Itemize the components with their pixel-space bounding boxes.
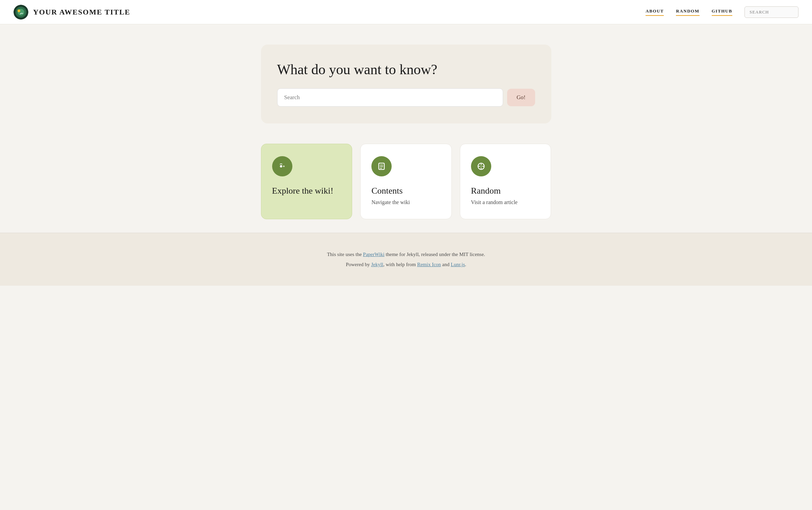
card-explore-title: Explore the wiki!	[272, 186, 341, 196]
cards-grid: Explore the wiki! Contents Navigate the …	[261, 144, 551, 219]
go-button[interactable]: Go!	[507, 89, 535, 106]
site-title: Your Awesome Title	[33, 8, 130, 17]
svg-point-3	[18, 9, 20, 12]
footer-line1: This site uses the PaperWiki theme for J…	[7, 249, 805, 259]
footer-line1-prefix: This site uses the	[327, 252, 363, 257]
site-header: Your Awesome Title About Random GitHub	[0, 0, 812, 24]
header-search-input[interactable]	[744, 6, 798, 18]
card-contents-desc: Navigate the wiki	[371, 199, 441, 205]
contents-icon-circle	[371, 156, 392, 176]
main-content: What do you want to know? Go! Explore th…	[254, 24, 558, 233]
hero-section: What do you want to know? Go!	[261, 45, 551, 123]
header-left: Your Awesome Title	[14, 5, 130, 20]
jekyll-link[interactable]: Jekyll	[371, 262, 383, 267]
random-icon-circle	[471, 156, 491, 176]
lunrjs-link[interactable]: Lunr.js	[451, 262, 465, 267]
footer-line2-and: and	[441, 262, 451, 267]
footer-line2-end: .	[465, 262, 466, 267]
card-random-desc: Visit a random article	[471, 199, 540, 205]
card-random-title: Random	[471, 186, 540, 196]
svg-point-5	[283, 166, 285, 167]
svg-point-4	[280, 165, 282, 168]
footer-line2-prefix: Powered by	[346, 262, 371, 267]
explore-icon-circle	[272, 156, 292, 176]
card-contents[interactable]: Contents Navigate the wiki	[360, 144, 452, 219]
footer-line1-suffix: theme for Jekyll, released under the MIT…	[385, 252, 485, 257]
nav-random[interactable]: Random	[676, 8, 699, 16]
footer-line2-middle: , with help from	[383, 262, 417, 267]
hero-title: What do you want to know?	[277, 61, 535, 78]
card-random[interactable]: Random Visit a random article	[460, 144, 551, 219]
explore-icon	[278, 162, 287, 171]
hero-search-input[interactable]	[277, 88, 503, 107]
site-logo[interactable]	[14, 5, 28, 20]
svg-point-11	[481, 166, 481, 167]
nav-github[interactable]: GitHub	[712, 8, 732, 16]
remixicon-link[interactable]: Remix Icon	[417, 262, 441, 267]
contents-icon	[377, 162, 386, 171]
card-explore[interactable]: Explore the wiki!	[261, 144, 352, 219]
footer-line2: Powered by Jekyll, with help from Remix …	[7, 259, 805, 270]
paperwiki-link[interactable]: PaperWiki	[363, 252, 385, 257]
random-icon	[476, 162, 486, 171]
header-nav: About Random GitHub	[646, 6, 798, 18]
card-contents-title: Contents	[371, 186, 441, 196]
search-row: Go!	[277, 88, 535, 107]
nav-about[interactable]: About	[646, 8, 664, 16]
site-footer: This site uses the PaperWiki theme for J…	[0, 233, 812, 286]
